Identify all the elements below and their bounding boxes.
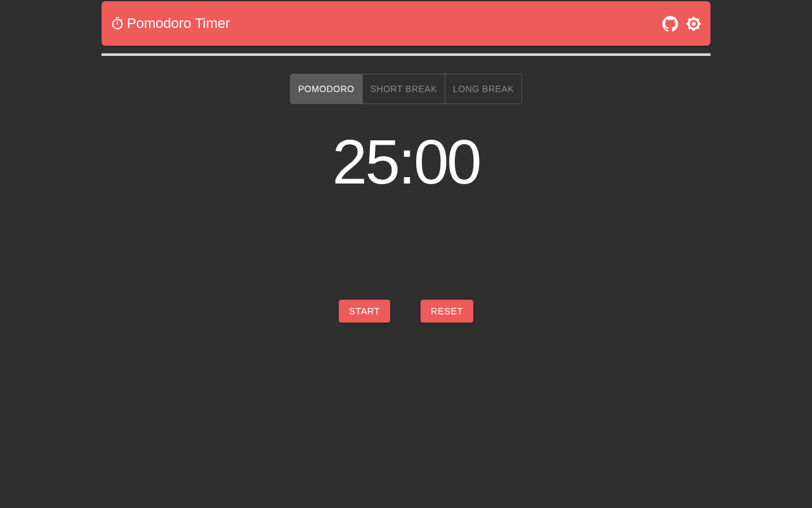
main-content: POMODORO SHORT BREAK LONG BREAK 25:00 ST… bbox=[102, 56, 710, 323]
reset-button[interactable]: RESET bbox=[421, 300, 473, 323]
action-buttons: START RESET bbox=[339, 300, 473, 323]
app-header: Pomodoro Timer bbox=[102, 1, 710, 46]
header-right bbox=[662, 16, 702, 32]
github-icon bbox=[662, 16, 678, 32]
tab-short-break[interactable]: SHORT BREAK bbox=[363, 74, 445, 104]
mode-tabs: POMODORO SHORT BREAK LONG BREAK bbox=[290, 74, 522, 104]
start-button[interactable]: START bbox=[339, 300, 390, 323]
brightness-icon bbox=[686, 16, 702, 32]
svg-point-0 bbox=[691, 22, 695, 25]
github-button[interactable] bbox=[662, 16, 678, 32]
header-left: Pomodoro Timer bbox=[110, 15, 230, 32]
tab-long-break[interactable]: LONG BREAK bbox=[445, 74, 521, 104]
timer-icon bbox=[110, 17, 124, 30]
tab-pomodoro[interactable]: POMODORO bbox=[291, 74, 363, 104]
timer-display: 25:00 bbox=[332, 126, 480, 198]
app-title: Pomodoro Timer bbox=[127, 15, 230, 32]
settings-button[interactable] bbox=[686, 16, 702, 32]
